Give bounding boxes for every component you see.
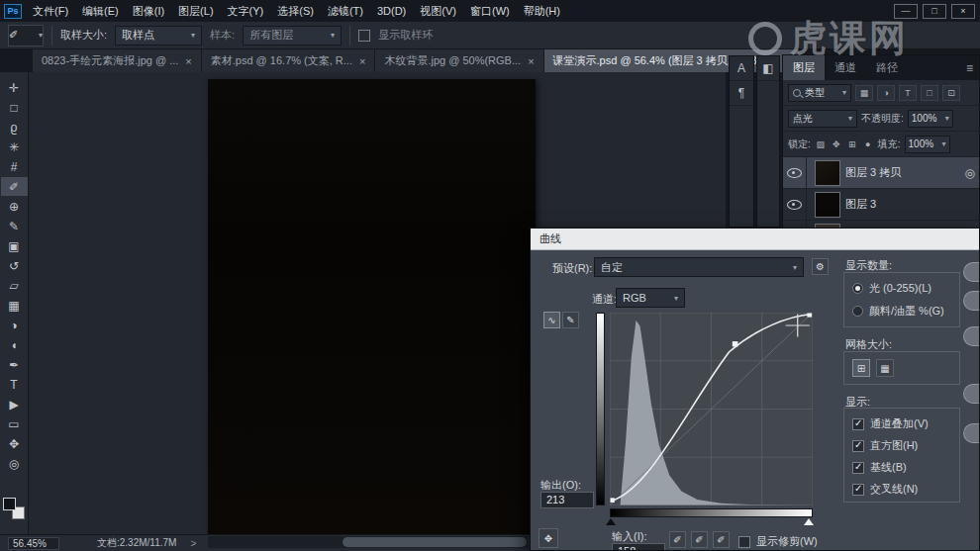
- eyedropper-tool[interactable]: ✐: [1, 177, 28, 196]
- close-icon[interactable]: ×: [185, 55, 191, 67]
- lock-all-icon[interactable]: ●: [862, 139, 874, 149]
- document-tab[interactable]: 木纹背景.jpg @ 50%(RGB... ×: [375, 49, 543, 72]
- paragraph-panel-icon[interactable]: ¶: [730, 81, 753, 106]
- visibility-eye-icon[interactable]: [787, 167, 802, 178]
- white-point-eyedropper-icon[interactable]: ✐: [713, 531, 730, 548]
- menu-filter[interactable]: 滤镜(T): [321, 0, 370, 22]
- preset-dropdown[interactable]: 自定 ▾: [594, 257, 804, 277]
- white-point-slider[interactable]: [804, 518, 814, 525]
- layer-row[interactable]: 图层 3 拷贝 ◎: [783, 157, 979, 189]
- collapse-dock-icon[interactable]: ◧: [757, 56, 779, 81]
- opacity-dropdown[interactable]: 100% ▾: [908, 110, 953, 128]
- zoom-tool[interactable]: ◎: [1, 454, 28, 473]
- clone-stamp-tool[interactable]: ▣: [1, 236, 28, 255]
- layer-name[interactable]: 图层 3: [845, 197, 876, 212]
- ok-button-clipped[interactable]: [963, 262, 980, 282]
- filter-type-dropdown[interactable]: 类型 ▾: [788, 84, 851, 102]
- path-selection-tool[interactable]: ▶: [1, 395, 28, 413]
- preset-options-gear-icon[interactable]: ⚙: [812, 258, 829, 275]
- document-tab[interactable]: 0823-手绘元素海报.jpg @ ... ×: [33, 49, 202, 72]
- cancel-button-clipped[interactable]: [963, 291, 980, 311]
- menu-layer[interactable]: 图层(L): [171, 0, 220, 22]
- hand-tool[interactable]: ✥: [1, 434, 28, 453]
- edit-points-tool-icon[interactable]: ∿: [543, 312, 560, 328]
- menu-window[interactable]: 窗口(W): [463, 0, 517, 22]
- menu-file[interactable]: 文件(F): [26, 0, 75, 22]
- lock-artboard-icon[interactable]: ⊞: [846, 139, 858, 149]
- black-point-slider[interactable]: [606, 518, 616, 525]
- menu-type[interactable]: 文字(Y): [221, 0, 271, 22]
- blur-tool[interactable]: ◑: [1, 316, 28, 334]
- foreground-color-swatch[interactable]: [3, 498, 16, 510]
- filter-type-icon[interactable]: T: [899, 85, 917, 101]
- crop-tool[interactable]: #: [1, 157, 28, 176]
- filter-smart-object-icon[interactable]: ⊡: [942, 85, 960, 101]
- close-icon[interactable]: ×: [528, 55, 534, 67]
- filter-shape-icon[interactable]: □: [921, 85, 938, 101]
- brush-tool[interactable]: ✎: [1, 217, 28, 235]
- baseline-checkbox[interactable]: [852, 462, 864, 474]
- gradient-tool[interactable]: ▦: [1, 296, 28, 315]
- sample-size-dropdown[interactable]: 取样点 ▾: [115, 26, 202, 46]
- menu-select[interactable]: 选择(S): [270, 0, 321, 22]
- pigment-mode-radio[interactable]: [852, 306, 863, 317]
- channel-dropdown[interactable]: RGB ▾: [616, 288, 685, 308]
- tool-preset-picker[interactable]: ✐ ▾: [8, 25, 44, 46]
- blend-mode-dropdown[interactable]: 点光 ▾: [788, 110, 857, 128]
- menu-help[interactable]: 帮助(H): [517, 0, 567, 22]
- smooth-button-clipped[interactable]: [963, 326, 980, 346]
- auto-button-clipped[interactable]: [963, 384, 980, 404]
- horizontal-scrollbar[interactable]: [208, 536, 528, 548]
- dialog-title-bar[interactable]: 曲线: [531, 229, 979, 250]
- intersection-line-checkbox[interactable]: [852, 484, 864, 496]
- panel-menu-icon[interactable]: ≡: [966, 61, 979, 75]
- channel-overlays-checkbox[interactable]: [852, 418, 864, 430]
- tenth-grid-icon[interactable]: ▦: [876, 359, 894, 377]
- black-point-eyedropper-icon[interactable]: ✐: [669, 531, 686, 548]
- menu-edit[interactable]: 编辑(E): [75, 0, 126, 22]
- sample-dropdown[interactable]: 所有图层 ▾: [243, 26, 342, 46]
- minimize-button[interactable]: —: [894, 4, 918, 19]
- histogram-checkbox[interactable]: [852, 440, 864, 452]
- dodge-tool[interactable]: ◖: [1, 335, 28, 354]
- fill-dropdown[interactable]: 100% ▾: [905, 136, 950, 153]
- lock-transparency-icon[interactable]: ▨: [815, 139, 827, 149]
- shape-tool[interactable]: ▭: [1, 414, 28, 433]
- show-clipping-checkbox[interactable]: [738, 536, 750, 548]
- move-tool[interactable]: ✛: [1, 78, 28, 97]
- menu-image[interactable]: 图像(I): [126, 0, 171, 22]
- lasso-tool[interactable]: ϱ: [1, 118, 28, 137]
- menu-view[interactable]: 视图(V): [413, 0, 463, 22]
- character-panel-icon[interactable]: A: [730, 56, 753, 81]
- type-tool[interactable]: T: [1, 375, 28, 394]
- close-icon[interactable]: ×: [359, 55, 365, 67]
- lock-position-icon[interactable]: ✥: [831, 139, 842, 149]
- close-button[interactable]: ×: [951, 4, 975, 19]
- quarter-grid-icon[interactable]: ⊞: [852, 359, 870, 377]
- light-mode-radio[interactable]: [852, 283, 863, 294]
- layer-row[interactable]: 图层 3: [783, 189, 979, 221]
- history-brush-tool[interactable]: ↺: [1, 256, 28, 275]
- tab-layers[interactable]: 图层: [783, 55, 825, 80]
- quick-selection-tool[interactable]: ✳: [1, 138, 28, 156]
- output-value-field[interactable]: 213: [540, 492, 594, 508]
- menu-3d[interactable]: 3D(D): [370, 0, 413, 22]
- status-options-chevron[interactable]: >: [190, 538, 196, 549]
- document-canvas[interactable]: [208, 79, 536, 534]
- curves-graph[interactable]: [610, 313, 813, 505]
- layer-name[interactable]: 图层 3 拷贝: [845, 165, 901, 180]
- eraser-tool[interactable]: ▱: [1, 276, 28, 295]
- options-button-clipped[interactable]: [963, 423, 980, 443]
- color-swatches[interactable]: [3, 498, 25, 519]
- visibility-eye-icon[interactable]: [787, 199, 802, 210]
- filter-pixel-icon[interactable]: ▦: [855, 85, 873, 101]
- show-sampling-ring-checkbox[interactable]: [358, 30, 370, 42]
- tab-channels[interactable]: 通道: [825, 55, 866, 80]
- zoom-level-field[interactable]: 56.45%: [8, 537, 59, 550]
- input-value-field[interactable]: 158: [612, 543, 665, 551]
- filter-adjustment-icon[interactable]: ◑: [877, 85, 895, 101]
- layer-thumbnail[interactable]: [815, 160, 840, 186]
- targeted-adjustment-tool-icon[interactable]: ✥: [539, 528, 558, 548]
- document-tab[interactable]: 素材.psd @ 16.7% (文案, R... ×: [202, 49, 376, 72]
- restore-button[interactable]: □: [923, 4, 946, 19]
